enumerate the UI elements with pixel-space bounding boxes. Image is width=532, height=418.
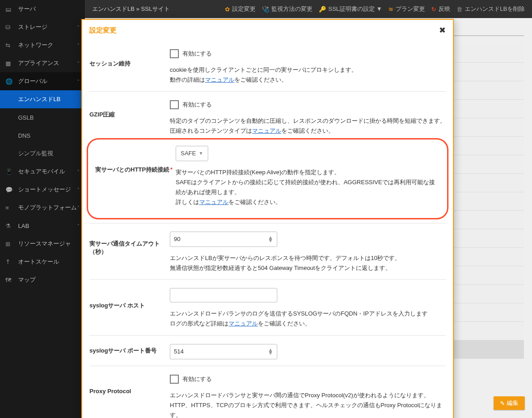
nav-label: リソースマネージャ bbox=[18, 240, 71, 248]
modal-header: 設定変更 ✖ bbox=[82, 20, 453, 41]
nav-label: LAB bbox=[18, 223, 29, 229]
label-keepalive: 実サーバとのHTTP持続接続* bbox=[91, 146, 176, 207]
nav-sub-gslb[interactable]: GSLB bbox=[0, 108, 85, 126]
desc-text: cookieを使用しクライアントごとに同一の実サーバにプロキシします。 bbox=[170, 65, 446, 75]
desc-text: エンハンスドロードバランサのログを送信するSYSLOGサーバのFQDN・IPアド… bbox=[170, 309, 446, 319]
manual-link[interactable]: マニュアル bbox=[199, 199, 229, 205]
spinner-icon[interactable]: ▲▼ bbox=[268, 236, 273, 242]
nav-lab[interactable]: ⚗ LAB ˅ bbox=[0, 217, 85, 235]
syslog-host-input[interactable] bbox=[170, 288, 277, 302]
desc-text: をご確認ください。 bbox=[281, 127, 334, 134]
hdr-label: SSL証明書の設定 ▼ bbox=[328, 5, 382, 13]
autoscale-icon: ⤒ bbox=[5, 259, 14, 265]
map-icon: 🗺 bbox=[5, 277, 14, 283]
float-edit-button[interactable]: ✎ 編集 bbox=[494, 396, 525, 410]
hdr-config-button[interactable]: ✿ 設定変更 bbox=[225, 5, 256, 13]
nav-label: ネットワーク bbox=[18, 41, 53, 49]
desc-text: 無通信状態が指定秒数経過すると504 Gateway Timeoutをクライアン… bbox=[170, 263, 446, 273]
label-proxy: Proxy Protocol bbox=[89, 374, 170, 418]
desc-text: 動作の詳細は bbox=[170, 76, 205, 83]
platform-icon: ≡ bbox=[5, 204, 14, 211]
chevron-down-icon: ˅ bbox=[77, 43, 79, 48]
nav-sub-enhanced-lb[interactable]: エンハンスドLB bbox=[0, 90, 85, 108]
desc-text: エンハンスドロードバランサと実サーバ間の通信でProxy Protocol(v2… bbox=[170, 390, 446, 400]
lab-icon: ⚗ bbox=[5, 223, 14, 229]
resource-icon: ⊞ bbox=[5, 241, 14, 247]
message-icon: 💬 bbox=[5, 186, 14, 193]
checkbox-proxy-enable[interactable] bbox=[170, 375, 179, 384]
nav-network[interactable]: ⇆ ネットワーク ˅ bbox=[0, 36, 85, 54]
close-icon[interactable]: ✖ bbox=[439, 25, 446, 35]
hdr-monitor-button[interactable]: 🩺 監視方法の変更 bbox=[262, 5, 313, 13]
pencil-icon: ✎ bbox=[500, 400, 505, 407]
desc-text: エンハンスドLBが実サーバからのレスポンスを待つ時間です。デフォルトは10秒です… bbox=[170, 253, 446, 263]
label-gzip: GZIP圧縮 bbox=[89, 100, 170, 136]
gear-icon: ✿ bbox=[225, 6, 230, 13]
chevron-down-icon: ˅ bbox=[77, 205, 79, 210]
hdr-label: プラン変更 bbox=[396, 5, 425, 13]
label-session: セッション維持 bbox=[89, 49, 170, 85]
chevron-up-icon: ˄ bbox=[77, 79, 79, 84]
nav-label: ストレージ bbox=[18, 23, 47, 31]
nav-storage[interactable]: ⛁ ストレージ ˅ bbox=[0, 18, 85, 36]
syslog-port-input[interactable]: 514 ▲▼ bbox=[170, 344, 277, 359]
checkbox-label: 有効にする bbox=[182, 374, 212, 384]
desc-text: をご確認ください。 bbox=[234, 76, 287, 83]
input-value: 514 bbox=[174, 347, 184, 357]
row-keepalive-highlight: 実サーバとのHTTP持続接続* SAFE ▼ 実サーバとのHTTP持続接続(Ke… bbox=[87, 138, 448, 219]
hdr-delete-button[interactable]: 🗑 エンハンスドLBを削除 bbox=[457, 5, 525, 13]
row-syslog-port: syslogサーバ ポート番号 514 ▲▼ bbox=[89, 335, 446, 366]
checkbox-session-enable[interactable] bbox=[170, 49, 179, 58]
nav-short-message[interactable]: 💬 ショートメッセージ ˅ bbox=[0, 181, 85, 199]
chevron-down-icon: ▼ bbox=[199, 149, 203, 157]
nav-server[interactable]: 🖴 サーバ bbox=[0, 0, 85, 18]
nav-sub-dns[interactable]: DNS bbox=[0, 126, 85, 144]
row-session: セッション維持 有効にする cookieを使用しクライアントごとに同一の実サーバ… bbox=[89, 41, 446, 91]
hdr-label: 反映 bbox=[439, 5, 450, 13]
nav-label: ショートメッセージ bbox=[18, 186, 71, 194]
input-value: 90 bbox=[174, 234, 180, 244]
breadcrumb: エンハンスドLB » SSLサイト bbox=[92, 5, 219, 13]
timeout-input[interactable]: 90 ▲▼ bbox=[170, 232, 277, 247]
nav-label: セキュアモバイル bbox=[18, 167, 65, 176]
monitor-icon: 🩺 bbox=[262, 6, 269, 13]
row-syslog-host: syslogサーバ ホスト エンハンスドロードバランサのログを送信するSYSLO… bbox=[89, 279, 446, 335]
nav-map[interactable]: 🗺 マップ bbox=[0, 271, 85, 289]
modal-title: 設定変更 bbox=[89, 26, 117, 35]
nav-secure-mobile[interactable]: 📱 セキュアモバイル ˅ bbox=[0, 163, 85, 181]
float-edit-label: 編集 bbox=[507, 399, 518, 407]
spinner-icon[interactable]: ▲▼ bbox=[268, 348, 273, 355]
chevron-down-icon: ˅ bbox=[77, 223, 79, 228]
manual-link[interactable]: マニュアル bbox=[205, 76, 234, 83]
hdr-label: 監視方法の変更 bbox=[271, 5, 313, 13]
sidebar: 🖴 サーバ ⛁ ストレージ ˅ ⇆ ネットワーク ˅ ▦ アプライアンス ˅ 🌐… bbox=[0, 0, 85, 418]
nav-label: グローバル bbox=[18, 77, 47, 85]
keepalive-select[interactable]: SAFE ▼ bbox=[176, 146, 208, 161]
nav-label: オートスケール bbox=[18, 258, 59, 266]
manual-link[interactable]: マニュアル bbox=[229, 320, 258, 327]
manual-link[interactable]: マニュアル bbox=[252, 127, 281, 134]
nav-sub-simple-monitor[interactable]: シンプル監視 bbox=[0, 144, 85, 163]
row-gzip: GZIP圧縮 有効にする 特定のタイプのコンテンツを自動的に圧縮し、レスポンスの… bbox=[89, 91, 446, 142]
nav-mono-platform[interactable]: ≡ モノプラットフォーム ˅ bbox=[0, 199, 85, 217]
hdr-plan-button[interactable]: ≋ プラン変更 bbox=[388, 5, 425, 13]
appliance-icon: ▦ bbox=[5, 60, 14, 67]
label-syslog-port: syslogサーバ ポート番号 bbox=[89, 344, 170, 359]
nav-resource-manager[interactable]: ⊞ リソースマネージャ bbox=[0, 235, 85, 253]
nav-global[interactable]: 🌐 グローバル ˄ bbox=[0, 72, 85, 90]
desc-text: HTTP、HTTPS、TCPのプロキシ方式で利用できます。ヘルスチェックの通信も… bbox=[170, 400, 446, 418]
desc-text: ログの形式など詳細は bbox=[170, 320, 229, 327]
hdr-ssl-button[interactable]: 🔑 SSL証明書の設定 ▼ bbox=[319, 5, 382, 13]
hdr-apply-button[interactable]: ↻ 反映 bbox=[431, 5, 450, 13]
select-value: SAFE bbox=[181, 149, 196, 158]
nav-appliance[interactable]: ▦ アプライアンス ˅ bbox=[0, 54, 85, 72]
server-icon: 🖴 bbox=[5, 6, 14, 13]
storage-icon: ⛁ bbox=[5, 24, 14, 31]
checkbox-label: 有効にする bbox=[182, 100, 212, 110]
settings-modal: 設定変更 ✖ セッション維持 有効にする cookieを使用しクライアントごとに… bbox=[81, 19, 454, 418]
chevron-down-icon: ˅ bbox=[77, 61, 79, 66]
globe-icon: 🌐 bbox=[5, 78, 14, 85]
checkbox-gzip-enable[interactable] bbox=[170, 100, 179, 109]
page-header: エンハンスドLB » SSLサイト ✿ 設定変更 🩺 監視方法の変更 🔑 SSL… bbox=[85, 0, 532, 18]
nav-autoscale[interactable]: ⤒ オートスケール bbox=[0, 253, 85, 271]
